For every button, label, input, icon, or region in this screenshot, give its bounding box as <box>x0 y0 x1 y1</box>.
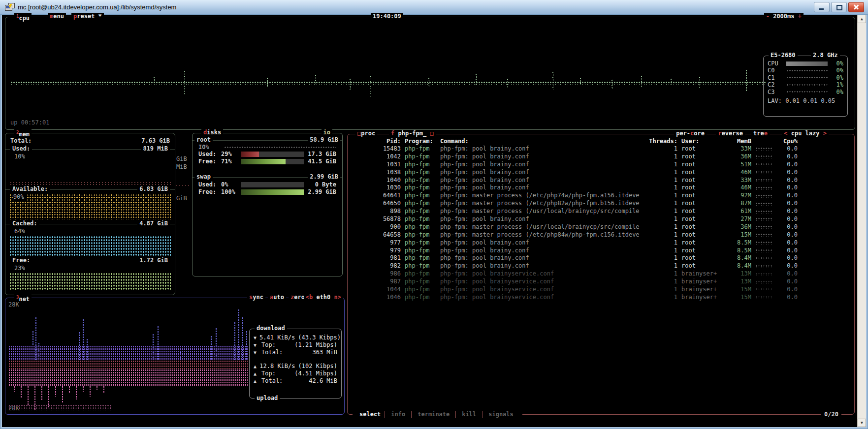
process-row[interactable]: 1040 php-fpm php-fpm: pool brainy.conf 1… <box>348 177 854 184</box>
process-threads: 1 <box>646 231 677 239</box>
process-program: php-fpm <box>405 192 436 200</box>
process-row[interactable]: 977 php-fpm php-fpm: pool brainy.conf 1 … <box>348 239 854 247</box>
process-pid: 64650 <box>351 200 401 208</box>
proc-footer: select info terminate kill signals <box>353 411 522 418</box>
process-row[interactable]: 56878 php-fpm php-fpm: pool brainy.conf … <box>348 215 854 223</box>
sort-column-selector[interactable]: < cpu lazy > <box>782 130 829 137</box>
sort-next-icon[interactable]: > <box>823 130 827 137</box>
proc-filter-input[interactable]: f php-fpm_ □ <box>389 130 436 137</box>
process-cpu: 0.0 <box>776 239 798 247</box>
process-row[interactable]: 15483 php-fpm php-fpm: pool brainy.conf … <box>348 145 854 153</box>
process-row[interactable]: 64641 php-fpm php-fpm: master process (/… <box>348 192 854 200</box>
process-mem: 61M <box>728 208 751 215</box>
cpu-total-row: CPU0% <box>768 60 843 67</box>
process-program: php-fpm <box>405 278 436 286</box>
process-row[interactable]: 1038 php-fpm php-fpm: pool brainy.conf 1… <box>348 169 854 177</box>
kill-button[interactable]: kill <box>455 411 482 418</box>
process-pid: 900 <box>351 223 401 231</box>
signals-button[interactable]: signals <box>482 411 519 418</box>
process-row[interactable]: 1046 php-fpm php-fpm: pool brainyservice… <box>348 294 854 302</box>
process-row[interactable]: 1031 php-fpm php-fpm: pool brainy.conf 1… <box>348 161 854 169</box>
process-row[interactable]: 981 php-fpm php-fpm: pool brainy.conf 1 … <box>348 254 854 262</box>
process-mem-sparkline <box>755 217 772 221</box>
net-auto-button[interactable]: auto <box>268 294 286 301</box>
proc-box-title[interactable]: □proc <box>355 130 377 137</box>
process-pid: 1040 <box>351 177 401 184</box>
process-mem-sparkline <box>755 233 772 237</box>
terminate-button[interactable]: terminate <box>411 411 455 418</box>
process-program: php-fpm <box>405 262 436 270</box>
process-row[interactable]: 1044 php-fpm php-fpm: pool brainyservice… <box>348 286 854 294</box>
info-button[interactable]: info <box>385 411 411 418</box>
tree-toggle[interactable]: tree <box>751 130 770 137</box>
process-cpu: 0.0 <box>776 177 798 184</box>
net-sync-button[interactable]: sync <box>247 294 265 301</box>
process-program: php-fpm <box>405 208 436 215</box>
col-threads: Threads: <box>646 138 677 145</box>
process-row[interactable]: 1030 php-fpm php-fpm: pool brainy.conf 1… <box>348 184 854 192</box>
process-row[interactable]: 898 php-fpm php-fpm: master process (/us… <box>348 208 854 215</box>
scrollbar[interactable]: ▲ ▼ <box>857 15 866 427</box>
process-pid: 981 <box>351 254 401 262</box>
process-row[interactable]: 64658 php-fpm php-fpm: master process (/… <box>348 231 854 239</box>
reverse-toggle[interactable]: reverse <box>716 130 745 137</box>
process-mem: 8.5M <box>728 239 751 247</box>
process-mem-sparkline <box>755 296 772 299</box>
process-row[interactable]: 979 php-fpm php-fpm: pool brainy.conf 1 … <box>348 247 854 255</box>
scroll-up-button[interactable]: ▲ <box>858 15 866 23</box>
filter-clear-icon[interactable]: □ <box>430 130 434 137</box>
process-row[interactable]: 64650 php-fpm php-fpm: master process (/… <box>348 200 854 208</box>
upload-graph-band <box>8 369 248 386</box>
process-cpu: 0.0 <box>776 270 798 278</box>
titlebar[interactable]: mc [root@ub24.itdeveloper.com.ua]:/lib/s… <box>0 0 868 15</box>
process-mem-sparkline <box>755 210 772 214</box>
menu-button[interactable]: menu <box>48 13 66 20</box>
process-program: php-fpm <box>405 161 436 169</box>
process-pid: 986 <box>351 270 401 278</box>
process-cpu: 0.0 <box>776 208 798 215</box>
up-arrow-icon: ▲ <box>254 377 258 385</box>
process-row[interactable]: 1042 php-fpm php-fpm: pool brainy.conf 1… <box>348 153 854 161</box>
process-mem: 13M <box>728 278 751 286</box>
cpu-box-title[interactable]: 1cpu <box>14 13 32 22</box>
process-pid: 982 <box>351 262 401 270</box>
process-row[interactable]: 900 php-fpm php-fpm: master process (/us… <box>348 223 854 231</box>
process-mem: 15M <box>728 286 751 294</box>
download-speed-row: ▼5.41 KiB/s(43.3 Kibps) <box>254 334 337 341</box>
process-row[interactable]: 987 php-fpm php-fpm: pool brainyservice.… <box>348 278 854 286</box>
minimize-button[interactable] <box>814 2 830 12</box>
mem-box-title[interactable]: 2mem <box>14 129 32 138</box>
disk-swap-used: Used:0% 0 Byte <box>193 181 342 188</box>
interval-plus-button[interactable]: + <box>798 13 802 20</box>
core-row: C21% <box>768 82 843 89</box>
sort-prev-icon[interactable]: < <box>784 130 787 137</box>
preset-button[interactable]: preset * <box>71 13 104 20</box>
selection-counter: 0/20 <box>821 411 841 418</box>
scroll-down-button[interactable]: ▼ <box>858 419 866 427</box>
io-mode-button[interactable]: io <box>321 129 332 136</box>
process-mem: 36M <box>728 153 751 161</box>
close-button[interactable] <box>848 2 864 12</box>
interval-minus-button[interactable]: - <box>766 13 770 20</box>
process-user: brainyser+ <box>681 286 724 294</box>
maximize-icon <box>836 5 842 10</box>
disks-box-title[interactable]: disks <box>201 129 223 136</box>
process-threads: 1 <box>646 192 677 200</box>
process-user: root <box>681 215 724 223</box>
net-interface-selector[interactable]: <b eth0 n> <box>304 294 343 301</box>
process-user: root <box>681 184 724 192</box>
per-core-toggle[interactable]: per-core <box>674 130 707 137</box>
process-program: php-fpm <box>405 247 436 255</box>
process-command: php-fpm: pool brainy.conf <box>440 262 642 270</box>
process-command: php-fpm: master process (/etc/php82w/php… <box>440 200 642 208</box>
select-button[interactable]: select <box>355 411 385 418</box>
disk-swap-free: Free:100% 2.99 GiB <box>193 188 342 196</box>
disk-root-free: Free:71% 41.5 GiB <box>193 158 342 165</box>
process-row[interactable]: 986 php-fpm php-fpm: pool brainyservice.… <box>348 270 854 278</box>
download-total-row: ▼Total:363 MiB <box>254 349 337 356</box>
disks-box: disks io root58.9 GiB IO% Used:29% 17.3 … <box>192 133 343 276</box>
process-row[interactable]: 982 php-fpm php-fpm: pool brainy.conf 1 … <box>348 262 854 270</box>
process-cpu: 0.0 <box>776 254 798 262</box>
maximize-button[interactable] <box>831 2 847 12</box>
process-program: php-fpm <box>405 153 436 161</box>
